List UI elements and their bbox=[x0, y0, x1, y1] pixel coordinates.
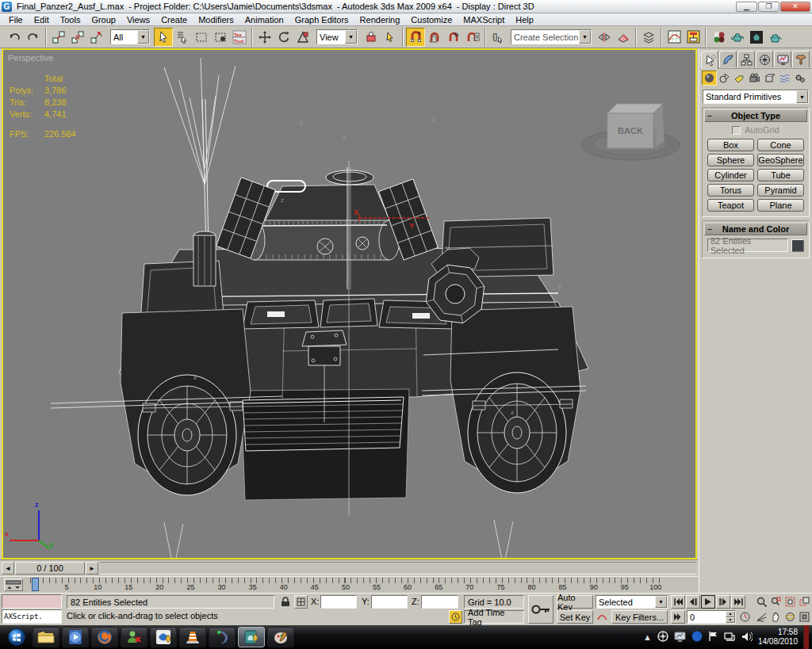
show-desktop-button[interactable] bbox=[803, 625, 809, 649]
mirror-icon[interactable] bbox=[595, 28, 614, 47]
media-player-icon[interactable] bbox=[62, 627, 89, 647]
menu-rendering[interactable]: Rendering bbox=[354, 14, 406, 25]
start-button[interactable] bbox=[3, 627, 30, 647]
unlink-selection-icon[interactable] bbox=[68, 28, 87, 47]
render-setup-icon[interactable] bbox=[728, 28, 747, 47]
selection-lock-icon[interactable] bbox=[278, 595, 292, 609]
y-coordinate-field[interactable] bbox=[371, 595, 408, 609]
taskbar-clock[interactable]: 17:58 14/08/2010 bbox=[758, 628, 798, 647]
close-button[interactable]: ✕ bbox=[780, 2, 810, 12]
menu-animation[interactable]: Animation bbox=[239, 14, 289, 25]
track-bar-frame-indicator[interactable] bbox=[32, 578, 39, 591]
plane-button[interactable]: Plane bbox=[757, 199, 804, 212]
tray-wheel-icon[interactable] bbox=[657, 631, 668, 643]
tray-expand-icon[interactable]: ▲ bbox=[643, 632, 652, 642]
object-type-rollout-header[interactable]: − Object Type bbox=[704, 109, 807, 122]
security-app-icon[interactable] bbox=[150, 627, 177, 647]
tray-display-icon[interactable] bbox=[674, 632, 686, 643]
tab-motion[interactable] bbox=[756, 51, 773, 67]
layer-manager-icon[interactable] bbox=[639, 28, 658, 47]
torus-button[interactable]: Torus bbox=[707, 184, 754, 197]
menu-group[interactable]: Group bbox=[86, 14, 121, 25]
key-filters-button[interactable]: Key Filters... bbox=[611, 610, 668, 624]
explorer-icon[interactable] bbox=[33, 627, 59, 647]
rendered-frame-window-icon[interactable] bbox=[747, 28, 766, 47]
menu-views[interactable]: Views bbox=[121, 14, 155, 25]
spacewarps-icon[interactable] bbox=[777, 71, 792, 86]
menu-tools[interactable]: Tools bbox=[55, 14, 86, 25]
textools-icon[interactable]: TexTool bbox=[230, 28, 249, 47]
reference-coordinate-dropdown[interactable]: View▼ bbox=[316, 29, 358, 44]
zoom-extents-all-icon[interactable] bbox=[798, 595, 811, 609]
tray-network-icon[interactable] bbox=[724, 632, 736, 643]
tab-create[interactable] bbox=[701, 51, 718, 69]
previous-frame-playback-icon[interactable] bbox=[686, 595, 700, 609]
use-pivot-center-icon[interactable] bbox=[362, 28, 381, 47]
set-key-button[interactable]: Set Key bbox=[557, 610, 593, 624]
messenger-icon[interactable] bbox=[121, 627, 147, 647]
x-coordinate-field[interactable] bbox=[320, 595, 357, 609]
auto-key-button[interactable]: Auto Key bbox=[557, 595, 593, 609]
restore-button[interactable]: ❐ bbox=[758, 2, 779, 12]
select-and-rotate-icon[interactable] bbox=[274, 28, 293, 47]
systems-icon[interactable] bbox=[792, 71, 807, 86]
zoom-all-icon[interactable] bbox=[769, 595, 783, 609]
bind-to-spacewarp-icon[interactable] bbox=[87, 28, 106, 47]
paint-icon[interactable] bbox=[267, 627, 294, 647]
play-animation-icon[interactable] bbox=[701, 595, 715, 609]
tube-button[interactable]: Tube bbox=[757, 169, 804, 181]
arc-rotate-icon[interactable] bbox=[783, 610, 797, 624]
key-mode-toggle-icon[interactable] bbox=[671, 610, 685, 624]
select-and-link-icon[interactable] bbox=[49, 28, 68, 47]
default-in-out-tangent-icon[interactable] bbox=[596, 610, 609, 624]
z-coordinate-field[interactable] bbox=[421, 595, 458, 609]
name-color-rollout-header[interactable]: − Name and Color bbox=[704, 223, 807, 235]
current-frame-field[interactable]: 0 ▲▼ bbox=[687, 610, 736, 624]
select-and-manipulate-icon[interactable] bbox=[381, 28, 400, 47]
tank-wireframe-model[interactable]: X Y zzz zxx yzy xz bbox=[3, 50, 695, 558]
geometry-icon[interactable] bbox=[702, 71, 717, 86]
key-default-in-out-dropdown[interactable]: Selected▼ bbox=[596, 595, 668, 609]
cylinder-button[interactable]: Cylinder bbox=[707, 169, 754, 181]
autogrid-checkbox[interactable] bbox=[732, 126, 741, 135]
select-and-move-icon[interactable] bbox=[255, 28, 274, 47]
maximize-viewport-toggle-icon[interactable] bbox=[798, 610, 811, 624]
time-slider-track[interactable] bbox=[100, 562, 696, 575]
track-bar-ruler[interactable]: 0510152025303540455055606570758085909510… bbox=[29, 577, 695, 594]
zoom-icon[interactable] bbox=[755, 595, 768, 609]
perspective-viewport[interactable]: Perspective Total Polys:3,786 Tris:8,238… bbox=[2, 48, 697, 559]
object-color-swatch[interactable] bbox=[791, 239, 804, 252]
macro-recorder-pane[interactable] bbox=[2, 594, 62, 609]
select-object-icon[interactable] bbox=[154, 28, 173, 47]
tray-volume-icon[interactable] bbox=[741, 632, 753, 643]
teapot-button[interactable]: Teapot bbox=[707, 199, 754, 212]
vlc-icon[interactable] bbox=[179, 627, 206, 647]
absolute-offset-toggle-icon[interactable] bbox=[294, 595, 308, 609]
cameras-icon[interactable] bbox=[747, 71, 762, 86]
time-tag-icon[interactable] bbox=[449, 610, 462, 624]
menu-customize[interactable]: Customize bbox=[405, 14, 458, 25]
tab-modify[interactable] bbox=[719, 51, 737, 67]
schematic-view-icon[interactable] bbox=[684, 28, 703, 47]
menu-edit[interactable]: Edit bbox=[29, 14, 55, 25]
sphere-button[interactable]: Sphere bbox=[707, 154, 754, 166]
tab-hierarchy[interactable] bbox=[737, 51, 755, 67]
pyramid-button[interactable]: Pyramid bbox=[757, 184, 804, 197]
selection-filter-dropdown[interactable]: All▼ bbox=[110, 29, 150, 44]
menu-help[interactable]: Help bbox=[510, 14, 539, 25]
open-mini-curve-editor-icon[interactable] bbox=[4, 578, 23, 591]
go-to-start-icon[interactable] bbox=[671, 595, 685, 609]
percent-snap-icon[interactable]: % bbox=[444, 28, 463, 47]
angle-snap-icon[interactable] bbox=[425, 28, 444, 47]
tab-utilities[interactable] bbox=[792, 51, 810, 67]
geometry-category-dropdown[interactable]: Standard Primitives▼ bbox=[703, 90, 809, 104]
previous-frame-button[interactable]: ◄ bbox=[2, 562, 14, 575]
snap-toggle-3d-icon[interactable]: 3 bbox=[406, 28, 425, 47]
minimize-button[interactable]: ▁ bbox=[736, 2, 757, 12]
pan-view-icon[interactable] bbox=[769, 610, 783, 624]
shapes-icon[interactable] bbox=[717, 71, 732, 86]
undo-icon[interactable] bbox=[5, 28, 24, 47]
set-keys-button[interactable] bbox=[528, 595, 553, 624]
curve-editor-icon[interactable] bbox=[665, 28, 684, 47]
helpers-icon[interactable] bbox=[762, 71, 777, 86]
